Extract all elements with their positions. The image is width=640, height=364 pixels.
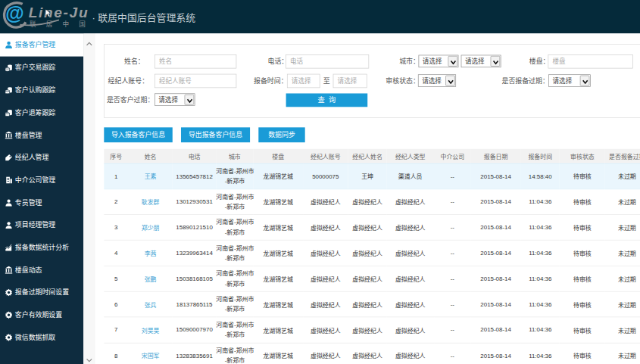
- svg-text:@: @: [5, 2, 23, 23]
